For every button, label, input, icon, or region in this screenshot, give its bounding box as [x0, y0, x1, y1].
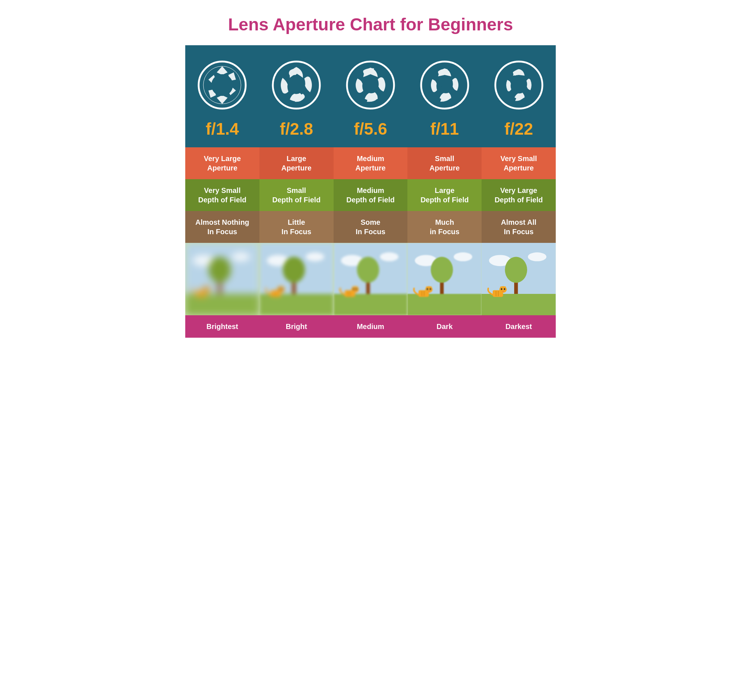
fstop-f22: f/22: [504, 118, 533, 140]
scene-1: [185, 243, 260, 315]
svg-point-90: [504, 288, 505, 290]
aperture-label-4: Small Aperture: [407, 147, 481, 179]
svg-point-19: [232, 252, 250, 261]
focus-label-5: Almost All In Focus: [481, 211, 556, 243]
col1-icon-cell: f/1.4: [185, 45, 260, 147]
svg-rect-84: [496, 291, 496, 296]
svg-rect-55: [350, 291, 351, 296]
svg-point-89: [501, 288, 502, 290]
svg-rect-54: [348, 291, 348, 296]
svg-point-29: [204, 288, 206, 290]
svg-point-66: [431, 257, 453, 283]
svg-rect-39: [273, 291, 274, 296]
svg-point-81: [505, 257, 527, 283]
svg-point-74: [427, 288, 428, 290]
col2-icon-cell: f/2.8: [260, 45, 334, 147]
aperture-icon-f56: [345, 60, 396, 113]
svg-point-10: [288, 77, 304, 93]
scene-4: [407, 243, 481, 315]
svg-rect-67: [407, 294, 481, 315]
svg-rect-85: [498, 291, 499, 296]
scene-3: [334, 243, 408, 315]
focus-label-3: Some In Focus: [334, 211, 408, 243]
aperture-label-5: Very Small Aperture: [481, 147, 556, 179]
icons-row: f/1.4 f/2.8: [185, 45, 556, 147]
focus-label-4: Much in Focus: [407, 211, 481, 243]
svg-point-49: [380, 252, 398, 261]
svg-marker-2: [217, 66, 227, 75]
scene-wrapper-4: [407, 243, 481, 315]
svg-rect-52: [334, 294, 408, 315]
svg-point-79: [528, 252, 546, 261]
aperture-icon-f28: [271, 60, 322, 113]
svg-point-12: [365, 79, 376, 91]
svg-point-44: [279, 288, 280, 290]
aperture-icon-f14: [197, 60, 248, 113]
svg-point-14: [441, 81, 448, 89]
svg-point-16: [517, 83, 521, 87]
col4-icon-cell: f/11: [407, 45, 481, 147]
aperture-label-2: Large Aperture: [260, 147, 334, 179]
svg-point-36: [283, 257, 305, 283]
svg-rect-22: [185, 294, 260, 315]
col3-icon-cell: f/5.6: [334, 45, 408, 147]
fstop-f11: f/11: [430, 118, 459, 140]
brightness-label-3: Medium: [334, 315, 408, 338]
scene-row: [185, 243, 556, 315]
svg-point-60: [356, 288, 357, 290]
dof-row: Very Small Depth of Field Small Depth of…: [185, 179, 556, 211]
aperture-row: Very Large Aperture Large Aperture Mediu…: [185, 147, 556, 179]
aperture-label-1: Very Large Aperture: [185, 147, 260, 179]
dof-label-5: Very Large Depth of Field: [481, 179, 556, 211]
svg-point-45: [282, 288, 283, 290]
fstop-f28: f/2.8: [280, 118, 313, 140]
focus-row: Almost Nothing In Focus Little In Focus …: [185, 211, 556, 243]
dof-label-2: Small Depth of Field: [260, 179, 334, 211]
brightness-label-4: Dark: [407, 315, 481, 338]
svg-point-8: [211, 74, 233, 96]
svg-point-34: [306, 252, 324, 261]
svg-rect-70: [424, 291, 424, 296]
focus-label-1: Almost Nothing In Focus: [185, 211, 260, 243]
scene-wrapper-1: [185, 243, 260, 315]
aperture-icon-f11: [419, 60, 470, 113]
svg-rect-24: [200, 291, 200, 296]
scene-wrapper-2: [260, 243, 334, 315]
scene-5: [481, 243, 556, 315]
scene-wrapper-5: [481, 243, 556, 315]
scene-wrapper-3: [334, 243, 408, 315]
brightness-label-5: Darkest: [481, 315, 556, 338]
svg-rect-25: [201, 291, 202, 296]
aperture-chart: f/1.4 f/2.8: [185, 45, 556, 338]
svg-point-59: [353, 288, 354, 290]
brightness-label-1: Brightest: [185, 315, 260, 338]
svg-point-21: [209, 257, 231, 283]
brightness-label-2: Bright: [260, 315, 334, 338]
svg-rect-69: [421, 291, 422, 296]
svg-point-30: [207, 288, 209, 290]
page-title: Lens Aperture Chart for Beginners: [185, 0, 556, 45]
aperture-label-3: Medium Aperture: [334, 147, 408, 179]
brightness-row: Brightest Bright Medium Dark Darkest: [185, 315, 556, 338]
svg-rect-40: [276, 291, 276, 296]
svg-rect-37: [260, 294, 334, 315]
focus-label-2: Little In Focus: [260, 211, 334, 243]
col5-icon-cell: f/22: [481, 45, 556, 147]
fstop-f56: f/5.6: [354, 118, 387, 140]
svg-point-64: [454, 252, 472, 261]
svg-rect-82: [481, 294, 556, 315]
svg-point-75: [430, 288, 431, 290]
scene-2: [260, 243, 334, 315]
svg-point-51: [357, 257, 379, 283]
fstop-f14: f/1.4: [205, 118, 239, 140]
dof-label-4: Large Depth of Field: [407, 179, 481, 211]
dof-label-1: Very Small Depth of Field: [185, 179, 260, 211]
dof-label-3: Medium Depth of Field: [334, 179, 408, 211]
svg-marker-5: [217, 95, 227, 104]
aperture-icon-f22: [493, 60, 544, 113]
